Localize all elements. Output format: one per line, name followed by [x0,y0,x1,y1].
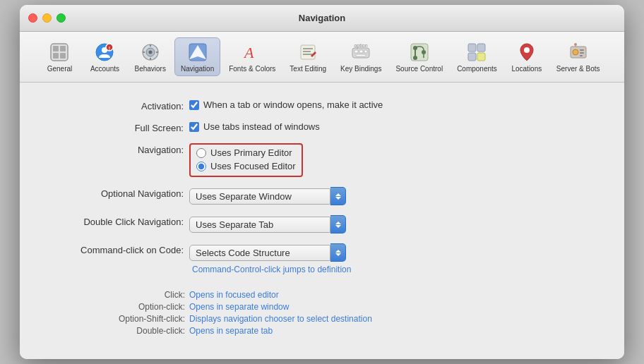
svg-point-42 [573,49,578,55]
optional-nav-select-arrows[interactable] [330,187,346,205]
full-screen-label: Full Screen: [48,121,189,133]
navigation-row: Navigation: Uses Primary Editor Uses Foc… [48,143,596,177]
command-click-select-wrapper: Selects Code Structure Jumps to Definiti… [189,243,351,262]
source-control-icon [408,41,431,63]
svg-text:!: ! [109,46,110,51]
svg-rect-44 [580,52,584,54]
behaviors-label: Behaviors [134,65,165,73]
full-screen-row: Full Screen: Use tabs instead of windows [48,121,596,133]
full-screen-control: Use tabs instead of windows [189,121,320,132]
option-shift-click-info-text: Displays navigation chooser to select de… [189,314,372,324]
accounts-icon: ! [93,41,116,63]
maximize-button[interactable] [56,13,66,23]
activation-row: Activation: When a tab or window opens, … [48,99,596,111]
fonts-colors-icon: A [241,41,263,63]
nav-radio-primary-row: Uses Primary Editor [196,147,296,158]
title-bar: Navigation [20,5,624,32]
svg-rect-39 [477,53,485,61]
svg-rect-25 [354,50,358,53]
svg-point-40 [524,47,530,53]
key-bindings-label: Key Bindings [340,65,381,73]
nav-radio-focused[interactable] [196,162,206,171]
svg-rect-3 [53,53,59,59]
svg-text:A: A [243,44,254,61]
toolbar-item-key-bindings[interactable]: option Key Bindings [335,38,387,75]
arrow-down-icon [335,197,341,200]
nav-radio-focused-row: Uses Focused Editor [196,161,296,171]
double-click-info-text: Opens in separate tab [189,326,273,336]
nav-radio-primary[interactable] [196,148,206,158]
behaviors-icon [139,41,162,63]
svg-rect-43 [580,49,584,51]
toolbar-item-navigation[interactable]: Navigation [174,37,220,76]
svg-rect-36 [468,44,476,51]
option-click-info-label: Option-click: [48,302,189,312]
activation-checkbox-label: When a tab or window opens, make it acti… [203,99,383,110]
navigation-icon [186,41,209,63]
toolbar-item-behaviors[interactable]: Behaviors [129,38,171,75]
optional-nav-select[interactable]: Uses Separate Window Uses Primary Editor… [189,188,330,205]
key-bindings-icon: option [350,41,372,63]
nav-radio-focused-label: Uses Focused Editor [210,161,296,171]
command-click-select[interactable]: Selects Code Structure Jumps to Definiti… [189,245,330,261]
svg-point-33 [413,56,417,60]
svg-rect-4 [60,53,66,59]
general-label: General [47,65,73,73]
double-click-nav-select[interactable]: Uses Separate Tab Uses Primary Editor Us… [189,217,330,233]
double-click-nav-select-wrapper: Uses Separate Tab Uses Primary Editor Us… [189,215,346,233]
svg-rect-38 [468,53,476,61]
arrow-up-icon3 [335,250,341,253]
toolbar-item-source-control[interactable]: Source Control [390,38,448,75]
activation-control: When a tab or window opens, make it acti… [189,99,383,110]
close-button[interactable] [28,13,37,23]
option-shift-click-info-label: Option-Shift-click: [48,314,189,324]
svg-rect-28 [356,54,366,56]
navigation-radio-group: Uses Primary Editor Uses Focused Editor [189,143,303,177]
minimize-button[interactable] [42,13,52,23]
general-icon [48,41,71,63]
components-label: Components [457,65,497,73]
svg-point-11 [148,51,152,54]
double-click-nav-row: Double Click Navigation: Uses Separate T… [48,215,596,233]
toolbar-item-components[interactable]: Components [451,38,503,75]
activation-checkbox[interactable] [189,100,199,110]
svg-rect-2 [60,46,66,51]
double-click-nav-label: Double Click Navigation: [48,215,189,227]
server-bots-icon [567,41,590,63]
arrow-down-icon3 [335,253,341,256]
svg-point-34 [422,50,426,54]
toolbar-item-server-bots[interactable]: Server & Bots [551,38,606,75]
toolbar-item-general[interactable]: General [38,38,80,75]
window-title: Navigation [299,13,345,23]
svg-rect-45 [580,55,583,56]
toolbar-item-accounts[interactable]: ! Accounts [83,38,126,75]
main-window: Navigation General [20,5,624,359]
command-click-row: Command-click on Code: Selects Code Stru… [48,243,596,280]
toolbar-item-text-editing[interactable]: Text Editing [284,38,332,75]
navigation-label: Navigation: [48,143,189,155]
server-bots-label: Server & Bots [556,65,600,73]
toolbar-item-locations[interactable]: Locations [506,38,548,75]
click-info-label: Click: [48,290,189,300]
arrow-down-icon2 [335,225,341,228]
full-screen-checkbox-row: Use tabs instead of windows [189,121,320,132]
text-editing-label: Text Editing [290,65,326,73]
command-click-select-arrows[interactable] [330,243,346,262]
content-area: Activation: When a tab or window opens, … [20,83,624,359]
accounts-label: Accounts [90,65,119,73]
double-click-nav-select-arrows[interactable] [330,215,346,233]
toolbar-item-fonts-colors[interactable]: A Fonts & Colors [223,38,281,75]
full-screen-checkbox[interactable] [189,122,199,132]
toolbar: General ! Accounts [20,32,624,83]
cmd-ctrl-note: Command-Control-click jumps to definitio… [192,265,351,274]
traffic-lights [28,13,66,23]
double-click-info-row: Double-click: Opens in separate tab [48,326,596,336]
fonts-colors-label: Fonts & Colors [229,65,275,73]
text-editing-icon [297,41,319,63]
double-click-nav-control: Uses Separate Tab Uses Primary Editor Us… [189,215,346,233]
activation-label: Activation: [48,99,189,111]
arrow-up-icon [335,193,341,196]
activation-checkbox-row: When a tab or window opens, make it acti… [189,99,383,110]
svg-rect-27 [364,50,367,53]
source-control-label: Source Control [395,65,443,73]
